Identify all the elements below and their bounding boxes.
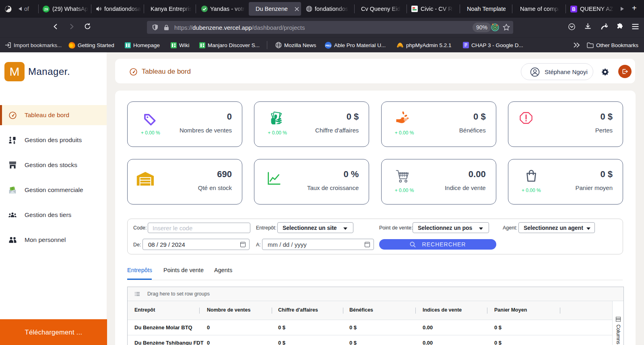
svg-text:29: 29 [44, 7, 48, 11]
svg-text:B: B [572, 6, 576, 12]
svg-text:PMA: PMA [398, 45, 403, 48]
svg-text:PRO: PRO [325, 44, 331, 47]
